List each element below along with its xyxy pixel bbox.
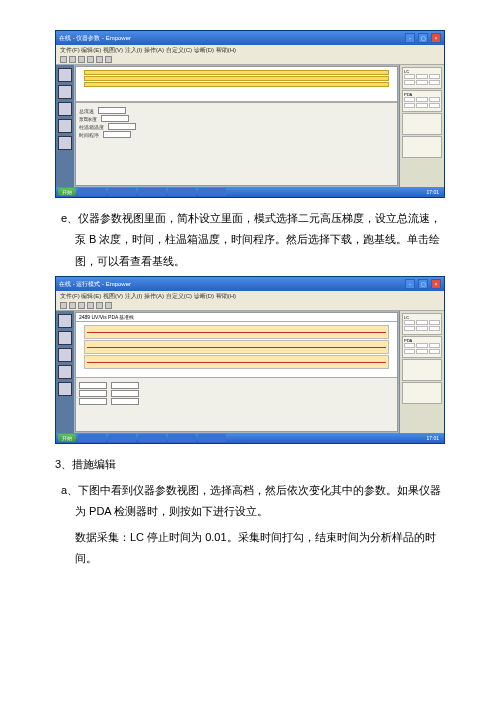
input xyxy=(98,107,126,114)
form-row: 总流速 xyxy=(79,107,394,114)
tool-icon xyxy=(69,56,76,63)
window-title: 在线 - 运行模式 - Empower xyxy=(59,280,402,289)
cell xyxy=(429,349,440,354)
right-panel: LC PDA xyxy=(399,65,444,187)
rp-section xyxy=(402,359,442,381)
sidebar-icon xyxy=(58,68,72,82)
close-icon: × xyxy=(431,33,441,43)
cell xyxy=(429,97,440,102)
rp-section: LC xyxy=(402,67,442,89)
cell xyxy=(404,103,415,108)
rp-section xyxy=(402,113,442,135)
taskbar: 开始 17:01 xyxy=(56,187,444,197)
cell xyxy=(404,97,415,102)
cell xyxy=(416,80,427,85)
taskbar: 开始 17:01 xyxy=(56,433,444,443)
sidebar-icon xyxy=(58,382,72,396)
task-item xyxy=(138,434,166,442)
cell xyxy=(404,80,415,85)
gradient-panel xyxy=(76,67,397,102)
rp-grid xyxy=(404,74,440,85)
task-item xyxy=(198,434,226,442)
input xyxy=(79,390,107,397)
rp-section: PDA xyxy=(402,90,442,112)
input xyxy=(103,131,131,138)
menubar: 文件(F) 编辑(E) 视图(V) 注入(I) 操作(A) 自定义(C) 诊断(… xyxy=(56,291,444,301)
content-area: 总流速 泵B浓度 柱温箱温度 时间程序 LC xyxy=(56,65,444,187)
sidebar-icon xyxy=(58,331,72,345)
rp-section xyxy=(402,136,442,158)
start-button: 开始 xyxy=(58,188,76,196)
task-item xyxy=(78,188,106,196)
form-row xyxy=(79,390,394,397)
rp-section xyxy=(402,382,442,404)
task-item xyxy=(108,434,136,442)
label: 柱温箱温度 xyxy=(79,124,104,130)
tool-icon xyxy=(87,302,94,309)
baseline-chart xyxy=(84,340,389,354)
input xyxy=(111,398,139,405)
window-title: 在线 - 仪器参数 - Empower xyxy=(59,34,402,43)
left-sidebar xyxy=(56,311,74,433)
clock: 17:01 xyxy=(423,189,442,195)
strip xyxy=(84,76,389,81)
cell xyxy=(404,349,415,354)
input xyxy=(111,390,139,397)
input xyxy=(111,382,139,389)
tool-icon xyxy=(78,56,85,63)
tool-icon xyxy=(105,56,112,63)
cell xyxy=(429,343,440,348)
baseline-chart xyxy=(84,325,389,339)
label: 总流速 xyxy=(79,108,94,114)
cell xyxy=(404,343,415,348)
task-item xyxy=(108,188,136,196)
cell xyxy=(404,320,415,325)
minimize-icon: - xyxy=(405,33,415,43)
task-item xyxy=(168,188,196,196)
task-item xyxy=(138,188,166,196)
minimize-icon: - xyxy=(405,279,415,289)
sidebar-icon xyxy=(58,85,72,99)
tool-icon xyxy=(69,302,76,309)
line xyxy=(87,347,386,348)
form-row: 柱温箱温度 xyxy=(79,123,394,130)
cell xyxy=(429,74,440,79)
main-panel: 总流速 泵B浓度 柱温箱温度 时间程序 xyxy=(75,66,398,186)
form-row: 时间程序 xyxy=(79,131,394,138)
sidebar-icon xyxy=(58,348,72,362)
input xyxy=(101,115,129,122)
tool-icon xyxy=(60,302,67,309)
cell xyxy=(429,103,440,108)
rp-section: PDA xyxy=(402,336,442,358)
cell xyxy=(416,97,427,102)
line xyxy=(87,362,386,363)
start-button: 开始 xyxy=(58,434,76,442)
tool-icon xyxy=(60,56,67,63)
chart-area xyxy=(76,322,397,377)
chart-title: 2489 UV/Vis PDA 基准线 xyxy=(76,313,397,322)
cell xyxy=(429,326,440,331)
form-row: 泵B浓度 xyxy=(79,115,394,122)
baseline-chart xyxy=(84,355,389,369)
cell xyxy=(416,349,427,354)
form-row xyxy=(79,382,394,389)
task-item xyxy=(78,434,106,442)
content-area: 2489 UV/Vis PDA 基准线 xyxy=(56,311,444,433)
label: 时间程序 xyxy=(79,132,99,138)
clock: 17:01 xyxy=(423,435,442,441)
cell xyxy=(429,320,440,325)
cell xyxy=(416,320,427,325)
rp-grid xyxy=(404,343,440,354)
input xyxy=(79,398,107,405)
maximize-icon: ▢ xyxy=(418,279,428,289)
window-titlebar: 在线 - 运行模式 - Empower - ▢ × xyxy=(56,277,444,291)
form-row xyxy=(79,398,394,405)
tool-icon xyxy=(87,56,94,63)
toolbar xyxy=(56,301,444,311)
screenshot-baseline: 在线 - 运行模式 - Empower - ▢ × 文件(F) 编辑(E) 视图… xyxy=(55,276,445,444)
line xyxy=(87,332,386,333)
strip xyxy=(84,70,389,75)
sidebar-icon xyxy=(58,365,72,379)
paragraph-3: 3、措施编辑 xyxy=(55,454,445,475)
screenshot-parameters: 在线 - 仪器参数 - Empower - ▢ × 文件(F) 编辑(E) 视图… xyxy=(55,30,445,198)
